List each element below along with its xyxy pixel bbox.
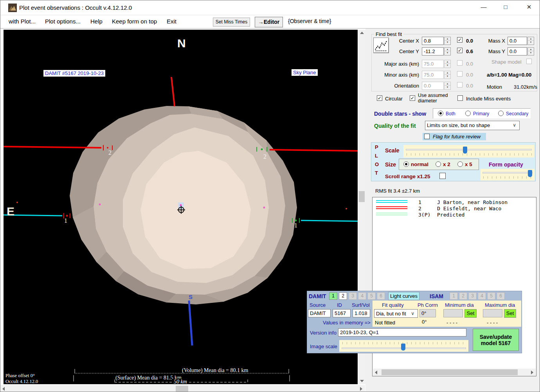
north-axis-line <box>171 77 175 106</box>
ph-corrn-header: Ph Corrn <box>418 302 438 308</box>
id-field[interactable]: 5167 <box>333 309 351 317</box>
double-stars-secondary-radio[interactable] <box>498 111 504 116</box>
isam-tab-1: 1 <box>450 292 458 300</box>
save-update-button[interactable]: Save/update model 5167 <box>473 329 519 351</box>
center-y-field[interactable]: -11.2 <box>422 47 444 55</box>
surfvol-field[interactable]: 1.018 <box>353 309 370 317</box>
motion-label: Motion <box>487 84 502 90</box>
mass-x-spinner[interactable]: ▲▼ <box>527 37 534 45</box>
image-scale-slider[interactable] <box>339 340 468 352</box>
legend-num-2: 2 <box>418 206 421 211</box>
form-opacity-thumb[interactable] <box>528 170 532 177</box>
double-stars-both-radio[interactable] <box>438 111 443 116</box>
memory-ph-value: 0° <box>422 319 427 325</box>
fit-quality-select[interactable]: Dia, but no fit ∨ <box>374 309 418 318</box>
scale-slider-thumb[interactable] <box>463 147 467 154</box>
legend-swatch-1 <box>376 200 407 203</box>
model-id-label: DAMIT #5167 2019-10-23 <box>43 70 105 77</box>
form-opacity-label: Form opacity <box>489 161 523 168</box>
chord2-left-num: 2 <box>108 149 112 156</box>
horizontal-scroll-thumb[interactable] <box>176 386 188 392</box>
scroll-up-button[interactable] <box>358 30 365 36</box>
mass-y-spinner[interactable]: ▲▼ <box>527 47 534 55</box>
sky-plane-plot[interactable]: N E S DAMIT #5167 2019-10-23 Sky Plane 2… <box>4 30 358 384</box>
quality-label: Quality of the fit <box>374 123 416 129</box>
plot-horizontal-scrollbar[interactable] <box>0 385 365 392</box>
set-miss-times-button[interactable]: Set Miss Times <box>213 18 250 27</box>
set-max-dia-button[interactable]: Set <box>504 309 516 318</box>
size-x2-radio[interactable] <box>436 161 441 167</box>
scroll-left-button[interactable] <box>0 385 7 392</box>
center-x-field[interactable]: 0.8 <box>422 37 444 45</box>
flag-review-checkbox[interactable] <box>424 134 430 139</box>
damit-tab-3: 3 <box>349 292 357 300</box>
maximize-button[interactable]: □ <box>500 4 511 13</box>
scale-slider[interactable] <box>403 145 534 158</box>
circular-checkbox[interactable] <box>377 95 382 101</box>
ph-corrn-field[interactable]: 0° <box>419 309 436 317</box>
max-dia-field[interactable] <box>483 309 502 317</box>
mass-y-field[interactable]: 0.0 <box>508 47 527 55</box>
chord1-right-line <box>301 220 358 221</box>
center-x-sigma: 0.0 <box>466 38 473 44</box>
menu-keep-on-top[interactable]: Keep form on top <box>112 18 157 25</box>
fit-quality-value: Dia, but no fit <box>376 311 406 317</box>
double-stars-primary-radio[interactable] <box>465 111 471 116</box>
orientation-fit-checkbox <box>457 82 463 88</box>
version-info-field[interactable]: 2019-10-23, Q=1 <box>338 328 466 337</box>
quality-value: Limits on size, but no shape <box>427 122 490 128</box>
min-dia-header: Minimum dia <box>445 302 474 308</box>
center-y-spinner[interactable]: ▲▼ <box>444 47 451 55</box>
size-x5-radio[interactable] <box>457 161 463 167</box>
min-dia-field[interactable] <box>443 309 463 317</box>
set-min-dia-button[interactable]: Set <box>464 309 477 318</box>
menu-help[interactable]: Help <box>90 18 103 25</box>
assumed-diameter-checkbox[interactable] <box>410 95 415 101</box>
listbox-scroll-right[interactable] <box>529 369 535 376</box>
close-button[interactable]: ✕ <box>523 4 535 13</box>
source-header: Source <box>310 302 326 308</box>
form-opacity-slider[interactable] <box>481 169 535 181</box>
chevron-down-icon: ∨ <box>513 122 516 128</box>
size-x5-label: x 5 <box>465 161 472 167</box>
double-stars-secondary-label: Secondary <box>506 111 528 116</box>
size-normal-radio[interactable] <box>403 161 409 167</box>
scroll-right-button[interactable] <box>358 385 364 392</box>
menu-with-plot[interactable]: with Plot... <box>9 18 36 25</box>
miss-events-checkbox[interactable] <box>457 95 463 101</box>
application-window: Plot event observations : Occult v.4.12.… <box>0 0 540 392</box>
center-x-spinner[interactable]: ▲▼ <box>444 37 451 45</box>
volume-mean-dia-label: (Volume) Mean dia = 80.1 km <box>182 367 248 374</box>
vertical-scroll-thumb[interactable] <box>359 191 365 202</box>
menu-exit[interactable]: Exit <box>167 18 176 25</box>
center-y-fit-checkbox[interactable] <box>457 48 463 53</box>
scroll-range-checkbox[interactable] <box>439 173 446 179</box>
major-axis-sigma: 0.0 <box>466 61 473 67</box>
menu-plot-options[interactable]: Plot options... <box>45 18 81 25</box>
shape-model-checkbox <box>526 59 532 64</box>
max-dia-header: Maximum dia <box>485 302 515 308</box>
mass-x-field[interactable]: 0.0 <box>508 37 527 45</box>
legend-num-3: 3(P) <box>418 212 430 218</box>
image-scale-thumb[interactable] <box>401 344 405 351</box>
scroll-down-button[interactable] <box>358 378 365 384</box>
damit-tab-1[interactable]: 1 <box>329 292 337 300</box>
listbox-scroll-left[interactable] <box>373 369 380 376</box>
editor-button[interactable]: →Editor <box>255 17 283 27</box>
center-x-fit-checkbox[interactable] <box>457 37 463 43</box>
light-curves-button[interactable]: Light curves <box>388 292 419 300</box>
version-info-label: Version info <box>310 330 337 336</box>
motion-value: 31.02km/s <box>509 84 537 90</box>
quality-select[interactable]: Limits on size, but no shape ∨ <box>425 121 520 130</box>
source-field[interactable]: DAMIT <box>308 309 331 317</box>
listbox-horizontal-scrollbar[interactable] <box>373 369 536 376</box>
chord2-right-num: 2 <box>263 153 266 160</box>
minimize-button[interactable]: — <box>478 4 490 13</box>
listbox-scroll-thumb[interactable] <box>382 369 518 375</box>
size-x2-label: x 2 <box>443 161 450 167</box>
title-bar: Plot event observations : Occult v.4.12.… <box>0 0 540 15</box>
damit-tab-2[interactable]: 2 <box>339 292 347 300</box>
legend-name-3: Predicted <box>437 212 464 218</box>
find-best-fit-title: Find best fit <box>374 31 403 37</box>
chord2-left-line <box>4 147 101 148</box>
